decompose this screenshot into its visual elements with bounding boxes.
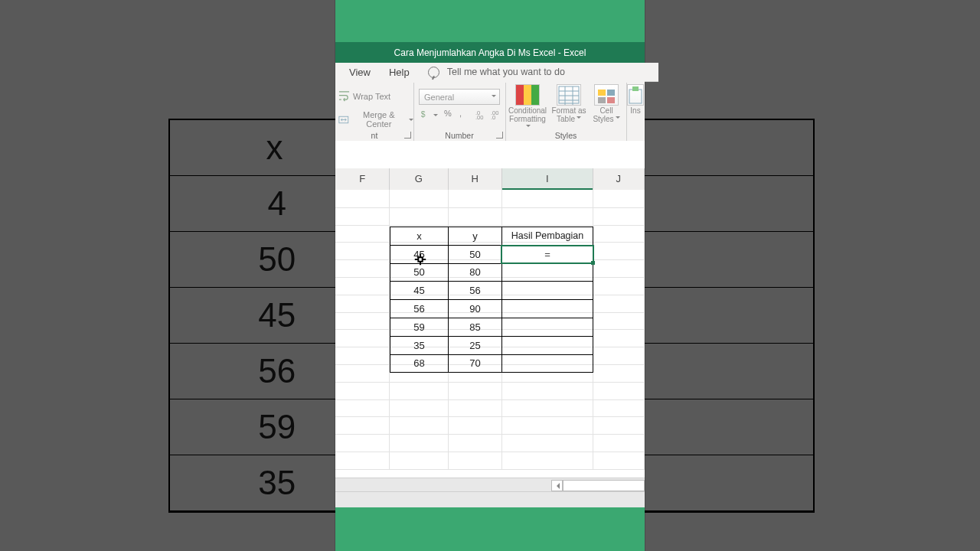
grid-cell[interactable] bbox=[390, 207, 448, 225]
grid-cell[interactable] bbox=[335, 452, 390, 469]
grid-cell[interactable] bbox=[449, 416, 502, 434]
increase-decimal-button[interactable]: .0.00 bbox=[475, 109, 486, 120]
conditional-formatting-button[interactable]: Conditional Formatting bbox=[508, 84, 547, 132]
horizontal-scrollbar[interactable] bbox=[335, 478, 645, 492]
table-cell-x[interactable]: 59 bbox=[390, 318, 449, 336]
table-cell-y[interactable]: 56 bbox=[449, 282, 502, 299]
table-cell-x[interactable]: 50 bbox=[390, 264, 449, 282]
grid-cell[interactable] bbox=[502, 452, 593, 469]
table-cell-y[interactable]: 80 bbox=[449, 264, 502, 282]
cell-styles-button[interactable]: Cell Styles bbox=[591, 84, 622, 123]
grid-cell[interactable] bbox=[593, 416, 645, 434]
grid-cell[interactable] bbox=[593, 452, 645, 469]
accounting-format-button[interactable]: $ bbox=[419, 109, 438, 120]
grid-cell[interactable] bbox=[390, 382, 448, 399]
table-cell-result[interactable] bbox=[502, 337, 593, 354]
grid-cell[interactable] bbox=[390, 399, 448, 417]
table-header-result[interactable]: Hasil Pembagian bbox=[502, 227, 593, 245]
tab-help[interactable]: Help bbox=[389, 67, 410, 78]
grid-cell[interactable] bbox=[593, 434, 645, 452]
percent-button[interactable]: % bbox=[444, 109, 452, 118]
table-cell-result[interactable] bbox=[502, 300, 593, 318]
alignment-dialog-launcher[interactable] bbox=[404, 132, 411, 139]
grid-cell[interactable] bbox=[593, 225, 645, 243]
format-as-table-button[interactable]: Format as Table bbox=[550, 84, 588, 123]
grid-cell[interactable] bbox=[502, 399, 593, 417]
tab-view[interactable]: View bbox=[349, 67, 371, 78]
grid-cell[interactable] bbox=[335, 364, 390, 382]
grid-cell[interactable] bbox=[390, 434, 448, 452]
table-cell-x[interactable]: 35 bbox=[390, 337, 449, 354]
grid-cell[interactable] bbox=[335, 434, 390, 452]
grid-cell[interactable] bbox=[335, 382, 390, 399]
grid-cell[interactable] bbox=[593, 382, 645, 399]
scroll-left-arrow[interactable] bbox=[551, 480, 563, 491]
grid-cell[interactable] bbox=[335, 277, 390, 295]
table-cell-x[interactable]: 45 bbox=[390, 282, 449, 299]
formula-bar[interactable] bbox=[335, 141, 645, 169]
grid-cell[interactable] bbox=[335, 416, 390, 434]
grid-cell[interactable] bbox=[335, 347, 390, 364]
col-header-g[interactable]: G bbox=[390, 168, 448, 190]
table-cell-y[interactable]: 50 bbox=[449, 246, 502, 263]
grid-cell[interactable] bbox=[502, 382, 593, 399]
grid-cell[interactable] bbox=[335, 190, 390, 207]
table-cell-y[interactable]: 25 bbox=[449, 337, 502, 354]
table-cell-result[interactable] bbox=[502, 282, 593, 299]
grid-cell[interactable] bbox=[449, 434, 502, 452]
grid-cell[interactable] bbox=[335, 225, 390, 243]
grid-cell[interactable] bbox=[593, 312, 645, 330]
insert-cells-button[interactable]: Ins bbox=[626, 84, 645, 115]
table-cell-y[interactable]: 85 bbox=[449, 318, 502, 336]
grid-row[interactable] bbox=[335, 434, 645, 452]
scroll-track[interactable] bbox=[563, 480, 645, 491]
grid-cell[interactable] bbox=[449, 190, 502, 207]
col-header-f[interactable]: F bbox=[335, 168, 390, 190]
grid-cell[interactable] bbox=[593, 329, 645, 347]
grid-row[interactable] bbox=[335, 207, 645, 226]
grid-cell[interactable] bbox=[449, 399, 502, 417]
table-cell-y[interactable]: 90 bbox=[449, 300, 502, 318]
decrease-decimal-button[interactable]: .00.0 bbox=[490, 109, 501, 120]
number-dialog-launcher[interactable] bbox=[496, 132, 503, 139]
grid-cell[interactable] bbox=[502, 190, 593, 207]
table-cell-result[interactable] bbox=[502, 264, 593, 282]
grid-cell[interactable] bbox=[390, 416, 448, 434]
grid-cell[interactable] bbox=[449, 382, 502, 399]
grid-cell[interactable] bbox=[335, 312, 390, 330]
table-cell-x[interactable]: 68 bbox=[390, 355, 449, 373]
grid-cell[interactable] bbox=[335, 295, 390, 312]
table-header-y[interactable]: y bbox=[449, 227, 502, 245]
grid-row[interactable] bbox=[335, 190, 645, 208]
col-header-i[interactable]: I bbox=[502, 168, 593, 190]
grid-cell[interactable] bbox=[390, 452, 448, 469]
grid-row[interactable] bbox=[335, 399, 645, 418]
spreadsheet-grid[interactable]: /*placeholder for row loop below via JS*… bbox=[335, 190, 645, 478]
col-header-j[interactable]: J bbox=[593, 168, 645, 190]
grid-cell[interactable] bbox=[593, 277, 645, 295]
grid-cell[interactable] bbox=[335, 242, 390, 259]
grid-cell[interactable] bbox=[593, 259, 645, 277]
grid-cell[interactable] bbox=[502, 207, 593, 225]
grid-cell[interactable] bbox=[449, 207, 502, 225]
grid-row[interactable] bbox=[335, 416, 645, 435]
active-cell[interactable]: = bbox=[501, 245, 594, 264]
grid-cell[interactable] bbox=[593, 190, 645, 207]
grid-cell[interactable] bbox=[593, 364, 645, 382]
col-header-h[interactable]: H bbox=[449, 168, 502, 190]
wrap-text-button[interactable]: Wrap Text bbox=[338, 90, 390, 102]
grid-cell[interactable] bbox=[593, 399, 645, 417]
grid-cell[interactable] bbox=[593, 347, 645, 364]
merge-center-button[interactable]: Merge & Center bbox=[338, 110, 413, 129]
table-cell-result[interactable] bbox=[502, 318, 593, 336]
table-cell-x[interactable]: 56 bbox=[390, 300, 449, 318]
grid-cell[interactable] bbox=[502, 434, 593, 452]
table-cell-result[interactable] bbox=[502, 355, 593, 373]
table-header-x[interactable]: x bbox=[390, 227, 449, 245]
grid-cell[interactable] bbox=[449, 452, 502, 469]
grid-cell[interactable] bbox=[593, 207, 645, 225]
grid-row[interactable] bbox=[335, 452, 645, 470]
grid-row[interactable] bbox=[335, 382, 645, 400]
number-format-combo[interactable]: General bbox=[419, 89, 500, 105]
tell-me-search[interactable]: Tell me what you want to do bbox=[447, 67, 565, 77]
